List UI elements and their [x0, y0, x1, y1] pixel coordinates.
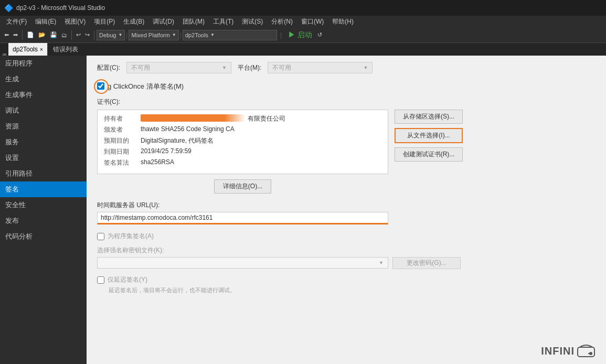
- vert-label-area: 资源: [0, 43, 8, 56]
- vs-icon: 🔷: [4, 4, 13, 12]
- sidebar-item-app[interactable]: 应用程序: [0, 56, 87, 71]
- sidebar-item-debug[interactable]: 调试: [0, 103, 87, 119]
- debug-dropdown[interactable]: Debug ▼: [97, 30, 125, 40]
- platform-dropdown[interactable]: Mixed Platform ▼: [129, 30, 178, 40]
- config-dropdown[interactable]: 不可用 ▼: [126, 62, 231, 73]
- sidebar-item-settings[interactable]: 设置: [0, 150, 87, 166]
- assembly-sign-checkbox[interactable]: [97, 233, 104, 240]
- cert-expiry-val: 2019/4/25 7:59:59: [141, 147, 192, 156]
- tab-dp2tools[interactable]: dp2Tools ×: [8, 43, 48, 56]
- sidebar-item-codeanalysis[interactable]: 代码分析: [0, 229, 87, 244]
- menu-view[interactable]: 视图(V): [60, 16, 90, 27]
- menu-debug[interactable]: 调试(D): [148, 16, 178, 27]
- new-file-btn[interactable]: 📄: [25, 30, 36, 39]
- redo-btn[interactable]: ↪: [83, 30, 92, 39]
- project-dropdown[interactable]: dp2Tools ▼: [183, 30, 277, 40]
- platform-arrow-icon: ▼: [172, 33, 176, 37]
- strong-key-label: 选择强名称密钥文件(K):: [97, 246, 596, 255]
- strong-row: ▼ 更改密码(G)...: [97, 257, 596, 269]
- tab-dp2tools-label: dp2Tools: [13, 46, 38, 53]
- timestamp-input[interactable]: [97, 212, 388, 224]
- project-label: dp2Tools: [185, 32, 208, 38]
- from-file-btn[interactable]: 从文件选择(I)...: [395, 128, 463, 143]
- menu-test[interactable]: 测试(S): [238, 16, 267, 27]
- tab-dp2tools-close[interactable]: ×: [40, 47, 43, 52]
- cert-section-label: 证书(C):: [97, 98, 596, 106]
- clickonce-row: g ClickOnce 清单签名(M): [97, 82, 596, 91]
- cert-issuer-val: thawte SHA256 Code Signing CA: [141, 125, 235, 134]
- platform-select-arrow-icon: ▼: [363, 65, 368, 70]
- delay-sign-checkbox[interactable]: [97, 276, 104, 284]
- clickonce-label: g ClickOnce 清单签名(M): [108, 82, 184, 91]
- platform-select-label: 平台(M):: [238, 63, 261, 72]
- title-bar: 🔷 dp2-v3 - Microsoft Visual Studio: [0, 0, 606, 16]
- tab-row: 资源 dp2Tools × 错误列表: [0, 43, 606, 56]
- back-btn[interactable]: ⬅: [2, 30, 11, 39]
- save-btn[interactable]: 💾: [48, 30, 59, 39]
- start-label: ▶ 启动: [288, 30, 312, 39]
- cert-purpose-val: DigitalSignature, 代码签名: [141, 136, 214, 145]
- menu-edit[interactable]: 编辑(E): [31, 16, 60, 27]
- sidebar-item-signing[interactable]: 签名: [0, 181, 87, 197]
- start-btn[interactable]: ▶ 启动: [285, 29, 315, 41]
- sidebar-item-build[interactable]: 生成: [0, 71, 87, 87]
- cert-algo-val: sha256RSA: [141, 158, 174, 167]
- menu-tools[interactable]: 工具(T): [209, 16, 238, 27]
- from-store-btn[interactable]: 从存储区选择(S)...: [395, 110, 463, 124]
- cert-algo-row: 签名算法 sha256RSA: [104, 158, 381, 167]
- project-arrow-icon: ▼: [210, 33, 215, 37]
- timestamp-label: 时间戳服务器 URL(U):: [97, 201, 596, 210]
- sidebar-item-security[interactable]: 安全性: [0, 197, 87, 213]
- cert-holder-key: 持有者: [104, 114, 141, 123]
- sidebar-item-build-events[interactable]: 生成事件: [0, 87, 87, 103]
- clickonce-checkbox[interactable]: [97, 82, 104, 90]
- menu-analyze[interactable]: 分析(N): [267, 16, 297, 27]
- details-btn[interactable]: 详细信息(O)...: [214, 179, 271, 194]
- platform-select-dropdown[interactable]: 不可用 ▼: [268, 62, 373, 73]
- refresh-btn[interactable]: ↺: [315, 30, 324, 39]
- change-password-btn[interactable]: 更改密码(G)...: [392, 257, 461, 269]
- cert-purpose-key: 预期目的: [104, 136, 141, 145]
- delay-sign-label: 仅延迟签名(Y): [108, 275, 147, 284]
- cert-buttons: 从存储区选择(S)... 从文件选择(I)... 创建测试证书(R)...: [395, 110, 463, 174]
- menu-build[interactable]: 生成(B): [119, 16, 148, 27]
- title-bar-text: dp2-v3 - Microsoft Visual Studio: [16, 4, 105, 12]
- cert-purpose-row: 预期目的 DigitalSignature, 代码签名: [104, 136, 381, 145]
- save-all-btn[interactable]: 🗂: [59, 31, 69, 39]
- menu-file[interactable]: 文件(F): [2, 16, 31, 27]
- menu-project[interactable]: 项目(P): [90, 16, 119, 27]
- sidebar-item-publish[interactable]: 发布: [0, 213, 87, 229]
- menu-team[interactable]: 团队(M): [178, 16, 209, 27]
- tab-error-label: 错误列表: [53, 45, 78, 54]
- delay-note: 延迟签名后，项目将不会运行，也不能进行调试。: [109, 286, 596, 294]
- cert-company-suffix: 有限责任公司: [248, 114, 285, 123]
- menu-window[interactable]: 窗口(W): [297, 16, 328, 27]
- create-test-btn[interactable]: 创建测试证书(R)...: [395, 147, 463, 162]
- tab-error-list[interactable]: 错误列表: [48, 43, 83, 56]
- strong-key-arrow-icon: ▼: [379, 260, 384, 265]
- footer-logo: INFINI: [541, 343, 596, 359]
- content-area: 配置(C): 不可用 ▼ 平台(M): 不可用 ▼ g ClickOnce 清单…: [87, 56, 606, 364]
- sidebar-item-services[interactable]: 服务: [0, 134, 87, 150]
- cert-area-row: 持有者 有限责任公司 颁发者 thawte SHA256 Code Signin…: [97, 110, 596, 174]
- strong-key-dropdown[interactable]: ▼: [97, 257, 388, 269]
- assembly-row: 为程序集签名(A): [97, 232, 596, 241]
- cert-issuer-key: 颁发者: [104, 125, 141, 134]
- undo-btn[interactable]: ↩: [74, 30, 83, 39]
- timestamp-input-row: [97, 212, 596, 224]
- platform-select-value: 不可用: [272, 63, 291, 72]
- svg-rect-0: [578, 347, 594, 357]
- menu-help[interactable]: 帮助(H): [328, 16, 358, 27]
- cert-algo-key: 签名算法: [104, 158, 141, 167]
- config-row: 配置(C): 不可用 ▼ 平台(M): 不可用 ▼: [97, 62, 596, 73]
- sidebar-item-refpaths[interactable]: 引用路径: [0, 166, 87, 181]
- forward-btn[interactable]: ➡: [11, 30, 20, 39]
- sidebar-item-resources[interactable]: 资源: [0, 119, 87, 134]
- debug-label: Debug: [99, 32, 116, 38]
- logo-text: INFINI: [541, 345, 575, 357]
- sidebar: 应用程序 生成 生成事件 调试 资源 服务 设置 引用路径 签名 安全性 发布 …: [0, 56, 87, 364]
- cert-holder-row: 持有者 有限责任公司: [104, 114, 381, 123]
- toolbar: ⬅ ➡ 📄 📂 💾 🗂 ↩ ↪ Debug ▼ | Mixed Platform…: [0, 27, 606, 43]
- config-arrow-icon: ▼: [222, 65, 227, 70]
- open-btn[interactable]: 📂: [36, 30, 48, 39]
